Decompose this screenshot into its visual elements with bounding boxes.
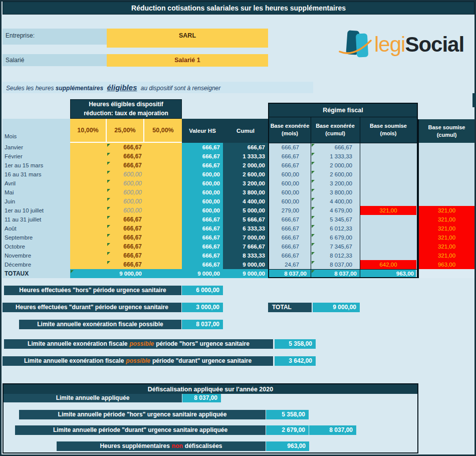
cell-base-exoneree-mois: 666,67: [269, 224, 299, 233]
cell-valeur-hs: 666,67: [182, 233, 220, 242]
label-emphasis: possible: [129, 340, 154, 347]
employee-input[interactable]: Salarié 1: [107, 54, 268, 67]
base-soumise-mois-header: Base soumise (mois): [360, 117, 417, 143]
note-banner: Seules les heures supplémentaires éligib…: [3, 82, 313, 93]
defisc-title: Défiscalisation appliquée sur l'année 20…: [4, 384, 417, 394]
cell-hours-input[interactable]: 666,67: [107, 152, 142, 161]
cell-cumul: 9 000,00: [223, 260, 265, 269]
pct-header-10: 10,00%: [70, 119, 107, 143]
cell-hours-input[interactable]: 600,00: [107, 197, 142, 206]
legisocial-logo-icon: [339, 29, 373, 61]
cell-flag-icon: [107, 207, 110, 210]
column-divider: [418, 119, 419, 278]
cell-month: 1er au 10 juillet: [5, 206, 69, 215]
valeur-hs-header: Valeur HS: [182, 119, 223, 143]
cell-base-exoneree-cumul: 1 333,33: [311, 152, 352, 161]
cumul-header: Cumul: [223, 119, 268, 143]
cell-month: Octobre: [5, 242, 69, 251]
cell-hours-input[interactable]: 600,00: [107, 206, 142, 215]
cell-base-exoneree-mois: 666,67: [269, 215, 299, 224]
spreadsheet-page: Réduction cotisations salariales sur les…: [0, 0, 476, 456]
cell-base-exoneree-mois: 600,00: [269, 188, 299, 197]
cell-month: 16 au 31 mars: [5, 170, 69, 179]
cell-hours-input[interactable]: 666,67: [107, 233, 142, 242]
cell-hours-input[interactable]: 666,67: [107, 260, 142, 269]
cell-base-exoneree-cumul: 6 012,33: [311, 224, 352, 233]
cell-cumul: 7 000,00: [223, 233, 265, 242]
cell-month: Février: [5, 152, 69, 161]
cell-base-exoneree-mois: 666,67: [269, 161, 299, 170]
cell-base-exoneree-mois: 279,00: [269, 206, 299, 215]
totals-base-soumise-mois: 963,00: [360, 269, 414, 278]
cell-flag-icon: [107, 189, 110, 192]
totals-base-exoneree-mois: 8 037,00: [269, 269, 307, 278]
regime-fiscal-header: Régime fiscal: [269, 104, 417, 117]
cell-hours-input[interactable]: 666,67: [107, 143, 142, 152]
cell-month: Janvier: [5, 143, 69, 152]
cell-month: Septembre: [5, 233, 69, 242]
cell-hours-input[interactable]: 666,67: [107, 242, 142, 251]
defisc-durant-label: Limite annuelle période "durant" urgence…: [15, 425, 266, 435]
defisc-durant-value2: 8 037,00: [309, 425, 356, 435]
cell-base-exoneree-cumul: 8 037,00: [311, 260, 352, 269]
group-header-line2: réduction: taux de majoration: [84, 109, 168, 118]
cell-flag-icon: [312, 180, 315, 183]
pct-header-25: 25,00%: [107, 119, 144, 143]
cell-base-exoneree-cumul: 666,67: [311, 143, 352, 152]
cell-cumul: 3 800,00: [223, 188, 265, 197]
cell-flag-icon: [312, 261, 315, 264]
grid-line: [269, 117, 417, 117]
totals-base-exoneree-cumul: 8 037,00: [311, 269, 357, 278]
cell-valeur-hs: 666,67: [182, 152, 220, 161]
cell-base-exoneree-cumul: 2 600,00: [311, 170, 352, 179]
cell-valeur-hs: 666,67: [182, 242, 220, 251]
cell-flag-icon: [312, 216, 315, 219]
cell-flag-icon: [107, 234, 110, 237]
cell-valeur-hs: 666,67: [182, 251, 220, 260]
cell-base-soumise-cumul: 321,00: [419, 233, 474, 242]
cell-flag-icon: [71, 270, 74, 273]
totals-cumul: 9 000,00: [223, 269, 265, 278]
cell-flag-icon: [107, 144, 110, 147]
cell-month: Avril: [5, 179, 69, 188]
page-title: Réduction cotisations salariales sur les…: [3, 2, 474, 15]
cell-hours-input[interactable]: 600,00: [107, 179, 142, 188]
summary-limite-durant-value: 3 642,00: [275, 356, 316, 366]
totals-valeur-hs: 9 000,00: [182, 269, 220, 278]
cell-hours-input[interactable]: 666,67: [107, 251, 142, 260]
cell-flag-icon: [312, 243, 315, 246]
summary-limite-value: 8 037,00: [182, 320, 223, 329]
cell-hours-input[interactable]: 600,00: [107, 188, 142, 197]
pct-header-50: 50,00%: [144, 119, 182, 143]
label-text: défiscalisées: [185, 442, 222, 449]
cell-month: Août: [5, 224, 69, 233]
cell-base-exoneree-mois: 666,67: [269, 233, 299, 242]
cell-cumul: 5 000,00: [223, 206, 265, 215]
defisc-hors-value: 5 358,00: [266, 410, 309, 419]
defisc-applied-value: 8 037,00: [182, 394, 221, 402]
base-soumise-cumul-header: Base soumise (cumul): [419, 119, 474, 143]
cell-hours-input[interactable]: 666,67: [107, 215, 142, 224]
cell-flag-icon: [312, 162, 315, 165]
grid-line: [311, 117, 311, 277]
cell-month: Mai: [5, 188, 69, 197]
legisocial-logo: legiSocial: [374, 31, 464, 58]
cell-flag-icon: [312, 234, 315, 237]
cell-cumul: 7 666,67: [223, 242, 265, 251]
cell-base-exoneree-mois: 600,00: [269, 197, 299, 206]
cell-flag-icon: [312, 153, 315, 156]
defisc-applied-label: Limite annuelle appliquée: [4, 394, 182, 402]
cell-month: Juin: [5, 197, 69, 206]
cell-flag-icon: [107, 162, 110, 165]
cell-hours-input[interactable]: 600,00: [107, 170, 142, 179]
grid-line: [269, 143, 417, 143]
summary-limite-label: Limite annuelle exonération fiscale poss…: [19, 320, 181, 329]
cell-flag-icon: [107, 216, 110, 219]
cell-base-exoneree-mois: 666,67: [269, 242, 299, 251]
cell-flag-icon: [312, 171, 315, 174]
cell-hours-input[interactable]: 666,67: [107, 224, 142, 233]
base-exoneree-mois-header: Base exonérée (mois): [269, 117, 311, 143]
company-input[interactable]: SARL: [107, 29, 268, 48]
note-part4: au dispositif sont à renseigner: [141, 85, 220, 92]
cell-hours-input[interactable]: 666,67: [107, 161, 142, 170]
